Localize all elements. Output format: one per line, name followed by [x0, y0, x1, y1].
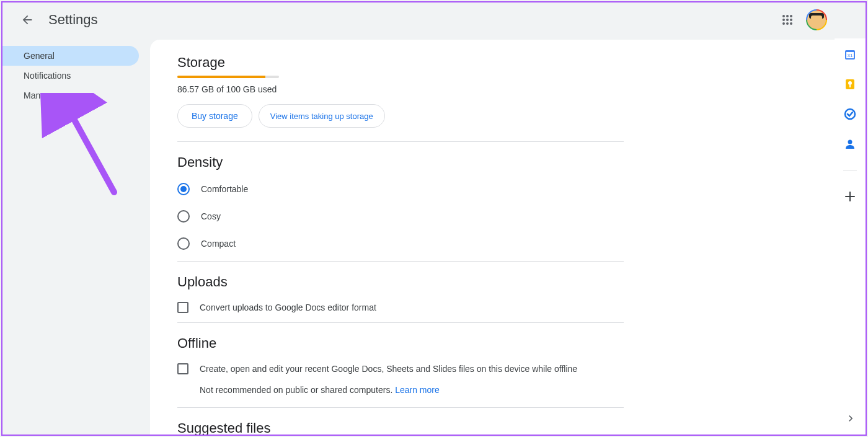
- divider: [177, 141, 624, 142]
- header: Settings: [2, 2, 866, 37]
- settings-sidebar: General Notifications Manage apps: [2, 37, 146, 435]
- keep-icon[interactable]: [844, 78, 856, 90]
- radio-icon: [177, 237, 190, 250]
- sidebar-item-label: Notifications: [24, 71, 71, 81]
- svg-rect-14: [849, 85, 851, 87]
- page-title: Settings: [48, 12, 98, 28]
- back-button[interactable]: [15, 7, 40, 32]
- sidebar-item-notifications[interactable]: Notifications: [2, 66, 139, 86]
- offline-checkbox[interactable]: Create, open and edit your recent Google…: [177, 356, 833, 381]
- calendar-icon[interactable]: 31: [844, 48, 856, 61]
- svg-point-1: [786, 15, 789, 17]
- svg-point-0: [782, 15, 785, 17]
- svg-point-3: [782, 19, 785, 21]
- suggested-heading: Suggested files: [177, 420, 833, 435]
- divider: [177, 407, 624, 408]
- density-option-comfortable[interactable]: Comfortable: [177, 175, 833, 203]
- convert-uploads-checkbox[interactable]: Convert uploads to Google Docs editor fo…: [177, 295, 833, 320]
- apps-grid-icon: [782, 14, 793, 25]
- uploads-heading: Uploads: [177, 274, 833, 290]
- radio-label: Comfortable: [201, 184, 248, 194]
- svg-text:31: 31: [848, 53, 853, 58]
- divider: [177, 261, 624, 262]
- settings-panel: Storage 86.57 GB of 100 GB used Buy stor…: [150, 40, 861, 435]
- radio-icon: [177, 183, 190, 195]
- side-panel-divider: [843, 170, 857, 170]
- buy-storage-button[interactable]: Buy storage: [177, 104, 252, 128]
- add-addon-button[interactable]: [844, 190, 856, 203]
- svg-point-2: [790, 15, 792, 17]
- side-panel: 31: [835, 38, 866, 435]
- density-option-compact[interactable]: Compact: [177, 230, 833, 257]
- checkbox-icon: [177, 363, 188, 374]
- checkbox-label: Convert uploads to Google Docs editor fo…: [200, 302, 376, 312]
- checkbox-icon: [177, 302, 188, 313]
- sidebar-item-general[interactable]: General: [2, 46, 139, 66]
- svg-point-16: [848, 140, 852, 144]
- density-heading: Density: [177, 154, 833, 170]
- tasks-icon[interactable]: [844, 108, 856, 120]
- storage-usage-text: 86.57 GB of 100 GB used: [177, 84, 833, 94]
- chevron-right-icon: [844, 412, 857, 425]
- google-apps-button[interactable]: [775, 7, 800, 32]
- offline-heading: Offline: [177, 335, 833, 351]
- arrow-left-icon: [20, 13, 34, 27]
- view-storage-items-button[interactable]: View items taking up storage: [259, 104, 385, 128]
- radio-label: Compact: [201, 239, 236, 249]
- checkbox-label: Create, open and edit your recent Google…: [200, 364, 577, 374]
- storage-heading: Storage: [177, 55, 833, 71]
- radio-icon: [177, 210, 190, 223]
- sidebar-item-label: General: [24, 51, 55, 61]
- learn-more-link[interactable]: Learn more: [395, 385, 440, 395]
- collapse-side-panel-button[interactable]: [839, 407, 862, 430]
- svg-point-13: [848, 81, 852, 85]
- divider: [177, 322, 624, 323]
- svg-point-6: [782, 22, 785, 25]
- svg-point-4: [786, 19, 789, 21]
- svg-point-7: [786, 22, 789, 25]
- offline-note: Not recommended on public or shared comp…: [200, 385, 833, 395]
- sidebar-item-label: Manage apps: [24, 90, 76, 100]
- svg-point-8: [790, 22, 792, 25]
- storage-progress: [177, 76, 279, 78]
- sidebar-item-manage-apps[interactable]: Manage apps: [2, 86, 139, 105]
- radio-label: Cosy: [201, 211, 221, 221]
- account-avatar[interactable]: [806, 9, 827, 30]
- density-option-cosy[interactable]: Cosy: [177, 203, 833, 230]
- svg-point-5: [790, 19, 792, 21]
- contacts-icon[interactable]: [844, 138, 856, 150]
